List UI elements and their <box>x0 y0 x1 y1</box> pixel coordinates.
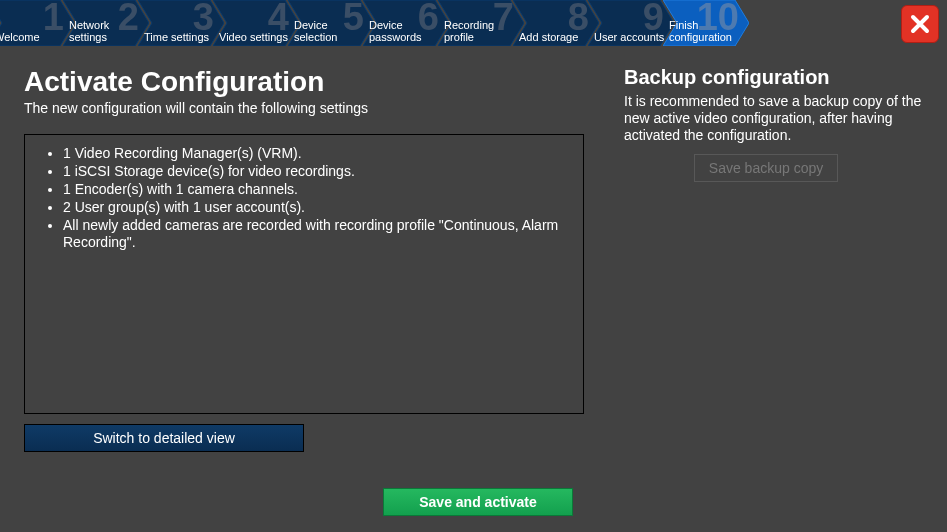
page-title: Activate Configuration <box>24 66 584 98</box>
wizard-step-9[interactable]: 9User accounts <box>588 0 674 46</box>
wizard-step-10[interactable]: 10Finish configuration <box>663 0 749 46</box>
summary-item: All newly added cameras are recorded wit… <box>63 217 569 251</box>
wizard-step-5[interactable]: 5Device selection <box>288 0 374 46</box>
close-button[interactable] <box>901 5 939 43</box>
summary-item: 1 Encoder(s) with 1 camera channels. <box>63 181 569 198</box>
right-panel: Backup configuration It is recommended t… <box>624 66 924 452</box>
summary-box: 1 Video Recording Manager(s) (VRM).1 iSC… <box>24 134 584 414</box>
content-area: Activate Configuration The new configura… <box>0 48 947 452</box>
wizard-step-3[interactable]: 3Time settings <box>138 0 224 46</box>
save-backup-button: Save backup copy <box>694 154 838 182</box>
close-icon <box>908 12 932 36</box>
save-activate-button[interactable]: Save and activate <box>383 488 573 516</box>
detailed-view-button[interactable]: Switch to detailed view <box>24 424 304 452</box>
wizard-step-4[interactable]: 4Video settings <box>213 0 299 46</box>
wizard-step-2[interactable]: 2Network settings <box>63 0 149 46</box>
wizard-bar: 1Welcome2Network settings3Time settings4… <box>0 0 947 48</box>
wizard-step-8[interactable]: 8Add storage <box>513 0 599 46</box>
left-panel: Activate Configuration The new configura… <box>24 66 584 452</box>
summary-item: 1 iSCSI Storage device(s) for video reco… <box>63 163 569 180</box>
page-subtitle: The new configuration will contain the f… <box>24 100 584 116</box>
wizard-step-7[interactable]: 7Recording profile <box>438 0 524 46</box>
summary-item: 2 User group(s) with 1 user account(s). <box>63 199 569 216</box>
backup-description: It is recommended to save a backup copy … <box>624 93 924 144</box>
summary-item: 1 Video Recording Manager(s) (VRM). <box>63 145 569 162</box>
summary-list: 1 Video Recording Manager(s) (VRM).1 iSC… <box>39 145 569 251</box>
backup-title: Backup configuration <box>624 66 924 89</box>
wizard-step-6[interactable]: 6Device passwords <box>363 0 449 46</box>
